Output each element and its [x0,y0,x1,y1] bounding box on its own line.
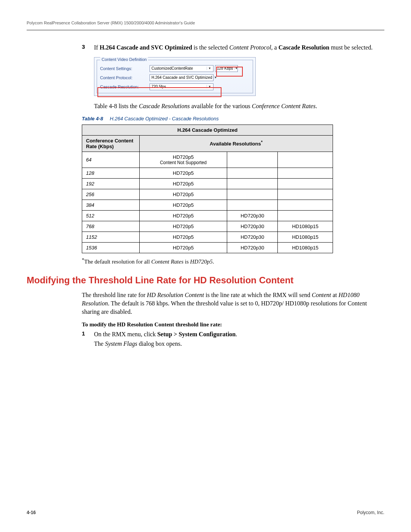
dropdown-cascade-resolution[interactable]: 720 5fps ▼ [150,83,213,90]
t: The threshold line rate for [82,292,147,298]
cell-res-3: HD1080p15 [278,232,333,242]
running-header: Polycom RealPresence Collaboration Serve… [27,21,384,29]
cell-res-2: HD720p30 [227,210,278,221]
table-row: 192HD720p5 [82,178,333,189]
cell-rate: 1152 [82,232,140,242]
cell-res-3 [278,152,333,168]
t: is the line rate at which the RMX will s… [204,292,312,298]
dropdown-content-rate[interactable]: 128 Kbps ▼ [215,65,238,72]
table-row: 256HD720p5 [82,189,333,200]
step-number: 1 [82,330,87,348]
step-text: If H.264 Cascade and SVC Optimized is th… [94,43,373,52]
cell-res-2: HD720p30 [227,232,278,242]
cell-res-1: HD720p5 [140,200,227,210]
t: HD Resolution Content [147,292,204,298]
cell-rate: 64 [82,152,140,168]
cell-rate: 768 [82,221,140,232]
page-footer: 4-16 Polycom, Inc. [27,510,384,515]
dropdown-content-settings[interactable]: CustomizedContentRate ▼ [150,65,213,72]
t: * [261,140,263,144]
dropdown-content-protocol[interactable]: H.264 Cascade and SVC Optimized ▼ [150,74,213,81]
t: Content Protocol [229,44,271,51]
table-row: 1536HD720p5HD720p30HD1080p15 [82,242,333,253]
group-legend: Content Video Definition [100,57,148,62]
cell-res-3: HD1080p15 [278,221,333,232]
cell-rate: 384 [82,200,140,210]
step-text: On the RMX menu, click Setup > System Co… [94,330,237,348]
t: System Flags [105,340,137,347]
content-video-definition-panel: Content Video Definition Content Setting… [94,57,256,96]
label-content-settings: Content Settings: [100,66,150,71]
row-cascade-resolution: Cascade Resolution: 720 5fps ▼ [100,82,250,91]
t: . [315,103,317,109]
section-heading: Modifying the Threshold Line Rate for HD… [27,275,384,286]
dropdown-value: 720 5fps [151,85,166,89]
cell-res-1: HD720p5 [140,221,227,232]
cell-res-3 [278,189,333,200]
dropdown-value: CustomizedContentRate [151,66,193,70]
table-caption-title: H.264 Cascade Optimized - Cascade Resolu… [110,116,219,121]
cell-res-3 [278,178,333,189]
chevron-down-icon: ▼ [207,67,212,70]
chevron-down-icon: ▼ [214,76,217,79]
table-footnote: *The default resolution for all Content … [82,257,384,265]
header-rule [27,30,384,30]
t: Conference Content Rates [252,103,315,109]
cell-res-2 [227,189,278,200]
row-content-protocol: Content Protocol: H.264 Cascade and SVC … [100,73,250,82]
cell-res-1: HD720p5 [140,178,227,189]
t: If [94,44,100,51]
chevron-down-icon: ▼ [234,67,238,70]
t: H.264 Cascade and SVC Optimized [100,44,192,51]
cell-rate: 256 [82,189,140,200]
step-number: 3 [82,43,87,52]
th-rate: Conference Content Rate (Kbps) [82,135,140,152]
t: Table 4-8 lists the [94,103,139,109]
cell-rate: 192 [82,178,140,189]
procedure-heading: To modify the HD Resolution Content thre… [82,321,384,328]
cell-rate: 1536 [82,242,140,253]
table-row: 128HD720p5 [82,168,333,178]
dropdown-value: H.264 Cascade and SVC Optimized [151,75,212,80]
t: is the selected [192,44,229,51]
t: Cascade Resolution [279,44,330,51]
label-cascade-resolution: Cascade Resolution: [100,85,150,89]
paragraph-threshold: The threshold line rate for HD Resolutio… [82,291,384,316]
cell-res-2: HD720p30 [227,221,278,232]
table-row: 768HD720p5HD720p30HD1080p15 [82,221,333,232]
cell-res-2 [227,200,278,210]
t: HD720p5 [190,259,213,265]
dropdown-value: 128 Kbps [217,66,233,70]
th-available: Available Resolutions* [140,135,333,152]
t: The [94,340,105,347]
cell-res-1: HD720p5 [140,242,227,253]
cell-res-3: HD1080p15 [278,242,333,253]
cascade-resolutions-table: H.264 Cascade Optimized Conference Conte… [82,125,333,253]
step-1: 1 On the RMX menu, click Setup > System … [82,330,384,348]
t: . [213,259,214,265]
t: , a [271,44,279,51]
cell-res-1: HD720p5 [140,189,227,200]
footer-owner: Polycom, Inc. [357,510,384,515]
cell-res-2 [227,178,278,189]
t: The default resolution for all [84,259,151,265]
table-caption-label: Table 4-8 [82,116,103,121]
row-content-settings: Content Settings: CustomizedContentRate … [100,64,250,73]
chevron-down-icon: ▼ [207,85,212,88]
cell-res-3 [278,168,333,178]
table-row: 1152HD720p5HD720p30HD1080p15 [82,232,333,242]
cell-res-2: HD720p30 [227,242,278,253]
t: is [183,259,190,265]
step-3: 3 If H.264 Cascade and SVC Optimized is … [82,43,384,52]
table-ref-sentence: Table 4-8 lists the Cascade Resolutions … [94,103,384,110]
cell-res-1: HD720p5 [140,210,227,221]
cell-rate: 512 [82,210,140,221]
t: Cascade Resolutions [139,103,190,109]
t: at [331,292,339,298]
table-row: 64HD720p5Content Not Supported [82,152,333,168]
table-caption: Table 4-8 H.264 Cascade Optimized - Casc… [82,116,384,121]
cell-rate: 128 [82,168,140,178]
cell-res-1: HD720p5Content Not Supported [140,152,227,168]
cell-res-2 [227,152,278,168]
t: Content [312,292,331,298]
